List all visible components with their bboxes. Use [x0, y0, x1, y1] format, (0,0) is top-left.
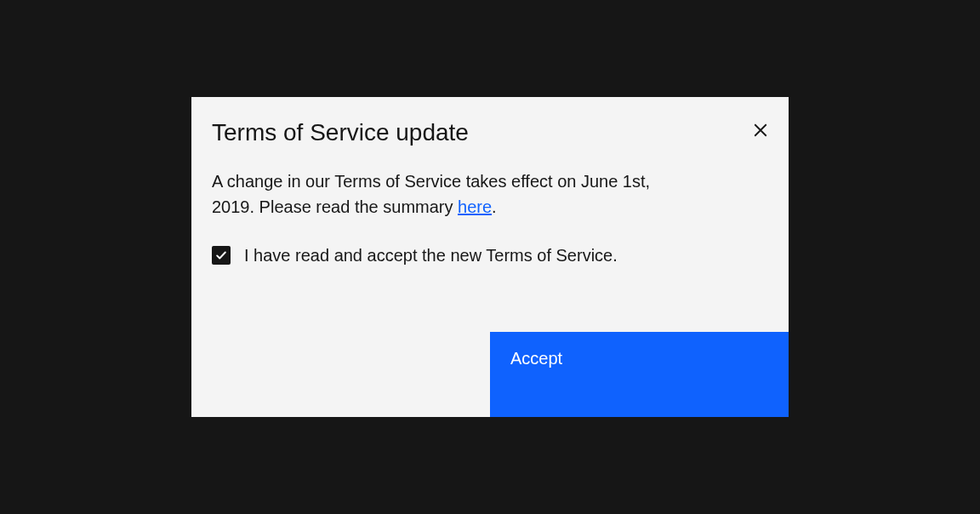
modal-title: Terms of Service update — [212, 117, 469, 148]
close-button[interactable] — [749, 119, 772, 141]
summary-link[interactable]: here — [458, 197, 492, 216]
accept-button[interactable]: Accept — [490, 332, 789, 417]
close-icon — [753, 123, 768, 138]
modal-footer: Accept — [191, 332, 789, 417]
body-text: A change in our Terms of Service takes e… — [212, 168, 688, 220]
body-text-before: A change in our Terms of Service takes e… — [212, 172, 650, 216]
checkmark-icon — [215, 249, 227, 261]
checkbox-row: I have read and accept the new Terms of … — [212, 243, 768, 267]
checkbox-label: I have read and accept the new Terms of … — [244, 243, 618, 267]
modal-body: A change in our Terms of Service takes e… — [191, 148, 789, 294]
accept-checkbox[interactable] — [212, 246, 231, 265]
terms-modal: Terms of Service update A change in our … — [191, 97, 789, 417]
body-text-after: . — [492, 197, 497, 216]
modal-header: Terms of Service update — [191, 97, 789, 148]
